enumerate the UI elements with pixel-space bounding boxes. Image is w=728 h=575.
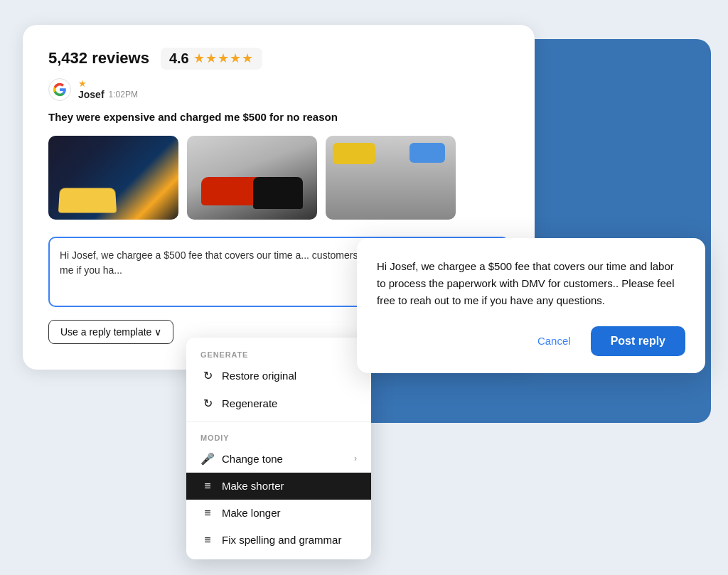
reviewer-star: ★ — [78, 78, 138, 89]
reviews-count: 5,432 reviews — [48, 49, 149, 68]
menu-divider-1 — [186, 421, 371, 422]
car-image-3 — [326, 136, 456, 220]
stars-display: ★★★★★ — [193, 50, 254, 66]
reply-template-button[interactable]: Use a reply template ∨ — [48, 320, 173, 344]
chevron-right-icon: › — [354, 453, 357, 463]
reviewer-row: ★ Josef 1:02PM — [48, 78, 509, 101]
google-logo — [48, 78, 71, 101]
reviewer-name: Josef — [78, 89, 105, 100]
dialog-actions: Cancel Post reply — [377, 326, 685, 356]
confirm-dialog: Hi Josef, we chargee a $500 fee that cov… — [357, 238, 705, 373]
make-shorter-label: Make shorter — [222, 480, 284, 492]
review-time: 1:02PM — [109, 90, 138, 100]
change-tone-label: Change tone — [222, 453, 283, 465]
modify-section-label: MODIY — [186, 426, 371, 445]
change-tone-item[interactable]: 🎤 Change tone › — [186, 445, 371, 473]
make-longer-item[interactable]: ≡ Make longer — [186, 500, 371, 527]
regenerate-icon: ↻ — [200, 397, 215, 410]
fix-spelling-item[interactable]: ≡ Fix spelling and grammar — [186, 527, 371, 554]
dialog-text: Hi Josef, we chargee a $500 fee that cov… — [377, 258, 685, 309]
generate-section-label: GENERATE — [186, 343, 371, 362]
car-image-2 — [187, 136, 317, 220]
regenerate-label: Regenerate — [222, 397, 277, 409]
reviewer-info: ★ Josef 1:02PM — [78, 78, 138, 100]
dropdown-menu: GENERATE ↻ Restore original ↻ Regenerate… — [186, 338, 371, 559]
regenerate-item[interactable]: ↻ Regenerate — [186, 389, 371, 417]
rating-badge: 4.6 ★★★★★ — [161, 48, 262, 70]
make-longer-label: Make longer — [222, 507, 281, 519]
restore-icon: ↻ — [200, 369, 215, 382]
make-shorter-item[interactable]: ≡ Make shorter — [186, 473, 371, 500]
cancel-button[interactable]: Cancel — [529, 329, 579, 353]
review-header: 5,432 reviews 4.6 ★★★★★ — [48, 48, 509, 70]
review-text: They were expensive and charged me $500 … — [48, 111, 509, 123]
make-longer-icon: ≡ — [200, 507, 215, 520]
car-image-1 — [48, 136, 178, 220]
reply-template-label: Use a reply template ∨ — [60, 326, 161, 338]
fix-spelling-label: Fix spelling and grammar — [222, 534, 341, 546]
rating-number: 4.6 — [169, 50, 189, 67]
microphone-icon: 🎤 — [200, 452, 215, 466]
make-shorter-icon: ≡ — [200, 480, 215, 493]
car-images-row — [48, 136, 509, 220]
fix-spelling-icon: ≡ — [200, 534, 215, 547]
restore-label: Restore original — [222, 370, 296, 382]
post-reply-button[interactable]: Post reply — [591, 326, 685, 356]
restore-original-item[interactable]: ↻ Restore original — [186, 362, 371, 389]
